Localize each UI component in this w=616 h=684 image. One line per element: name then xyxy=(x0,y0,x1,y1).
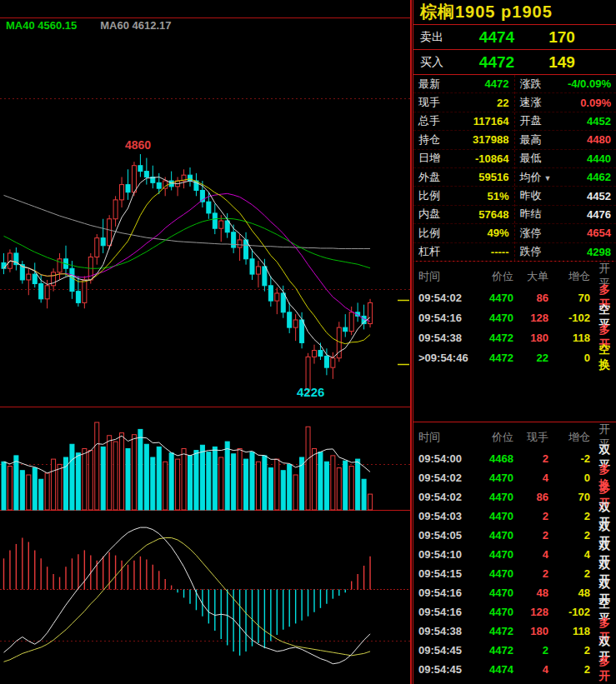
cell-price: 4470 xyxy=(477,491,513,503)
quote-value: 51% xyxy=(487,190,508,202)
cell-price: 4470 xyxy=(477,567,513,580)
cell-price: 4470 xyxy=(477,472,513,484)
average-price-dropdown-icon[interactable]: ▼ xyxy=(544,174,552,182)
cell-price: 4470 xyxy=(477,292,513,304)
table-row: 09:54:45447442多开 xyxy=(413,654,616,673)
ask-price[interactable]: 4474 xyxy=(462,28,532,47)
cell-price: 4470 xyxy=(477,548,513,561)
quote-value: 4472 xyxy=(485,77,509,90)
quote-value: 117164 xyxy=(473,115,509,127)
table-row: 09:54:15447022双开 xyxy=(413,558,616,577)
quote-label: 最新 xyxy=(418,77,440,92)
cell-position-change: 2 xyxy=(548,644,590,657)
quote-row: 涨跌-4/0.09% xyxy=(515,75,616,93)
quote-label: 最高 xyxy=(520,132,542,147)
cell-time: 09:54:10 xyxy=(418,548,477,561)
quote-label: 涨跌 xyxy=(520,77,542,92)
cell-time: 09:54:15 xyxy=(418,567,477,580)
ask-label: 卖出 xyxy=(413,30,462,45)
cell-volume: 128 xyxy=(513,606,548,618)
cell-time: 09:54:03 xyxy=(418,510,477,522)
quote-value: 4452 xyxy=(587,190,611,202)
tick-table[interactable]: 时间价位现手增仓开平09:54:0044682-2双平09:54:0244704… xyxy=(413,422,616,673)
table-row: 09:54:45447222双开 xyxy=(413,635,616,654)
table-row: 09:54:02447040多换 xyxy=(413,462,616,482)
cell-time: 09:54:02 xyxy=(418,292,477,304)
column-header: 大单 xyxy=(513,269,548,284)
cell-direction: 空换 xyxy=(590,342,612,372)
quote-label: 跌停 xyxy=(520,244,542,259)
quote-label: 昨结 xyxy=(520,207,542,222)
table-row: 09:54:384472180118多开 xyxy=(413,616,616,635)
cell-volume: 128 xyxy=(513,312,548,324)
cell-time: 09:54:02 xyxy=(418,491,477,503)
quote-row: 现手22 xyxy=(413,93,514,112)
cell-price: 4470 xyxy=(477,510,513,522)
table-row: 09:54:03447022双开 xyxy=(413,501,616,520)
quote-row: 开盘4452 xyxy=(515,112,616,131)
cell-position-change: 70 xyxy=(548,491,590,503)
cell-price: 4470 xyxy=(477,587,513,599)
price-chart[interactable] xyxy=(0,0,413,684)
cell-position-change: 118 xyxy=(548,625,590,637)
chart-region: MA40 4560.15MA60 4612.17 4860 4226 xyxy=(0,0,413,684)
cell-volume: 2 xyxy=(513,644,548,657)
cell-position-change: 0 xyxy=(548,472,590,484)
table-header-row: 时间价位大单增仓开平 xyxy=(413,262,616,282)
cell-price: 4472 xyxy=(477,625,513,637)
quote-value: 57648 xyxy=(478,208,508,221)
cell-price: 4472 xyxy=(477,332,513,344)
cell-volume: 4 xyxy=(513,472,548,484)
quote-panel: 棕榈1905 p1905 卖出 4474 170 买入 4472 149 最新4… xyxy=(413,0,616,684)
quote-label: 速涨 xyxy=(520,95,542,110)
cell-direction: 多开 xyxy=(590,654,612,684)
quote-label: 涨停 xyxy=(520,226,542,241)
cell-position-change: -102 xyxy=(548,312,590,324)
cell-position-change: 48 xyxy=(548,587,590,599)
cell-price: 4470 xyxy=(477,606,513,618)
cell-volume: 180 xyxy=(513,332,548,344)
cell-price: 4472 xyxy=(477,352,513,364)
quote-row: 内盘57648 xyxy=(413,206,514,224)
low-price-label: 4226 xyxy=(297,385,324,399)
cell-position-change: 2 xyxy=(548,529,590,542)
cell-volume: 48 xyxy=(513,587,548,599)
quote-value: 22 xyxy=(497,97,508,109)
cell-price: 4470 xyxy=(477,312,513,324)
quote-label: 现手 xyxy=(418,95,440,110)
cell-price: 4470 xyxy=(477,529,513,542)
quote-row: 外盘59516 xyxy=(413,168,514,187)
quote-value: 4298 xyxy=(587,246,611,258)
ask-row[interactable]: 卖出 4474 170 xyxy=(413,25,616,50)
quote-row: 最新4472 xyxy=(413,75,514,93)
cell-time: 09:54:38 xyxy=(418,332,477,344)
cell-volume: 2 xyxy=(513,510,548,522)
quote-value: 317988 xyxy=(473,133,508,146)
quote-value: 59516 xyxy=(478,171,508,183)
table-row: 09:54:164470128-102空平 xyxy=(413,302,616,322)
table-row: >09:54:464472220空换 xyxy=(413,342,616,362)
bid-price[interactable]: 4472 xyxy=(462,53,532,72)
cell-position-change: 4 xyxy=(548,548,590,561)
quote-label: 内盘 xyxy=(418,207,440,222)
table-row: 09:54:384472180118多开 xyxy=(413,322,616,342)
cell-position-change: -2 xyxy=(548,452,590,465)
quote-label: 昨收 xyxy=(520,188,542,203)
column-header: 时间 xyxy=(418,269,477,284)
cell-position-change: 2 xyxy=(548,663,590,676)
cell-price: 4472 xyxy=(477,644,513,657)
cell-time: >09:54:46 xyxy=(418,352,477,364)
bid-row[interactable]: 买入 4472 149 xyxy=(413,50,616,75)
trading-terminal: MA40 4560.15MA60 4612.17 4860 4226 棕榈190… xyxy=(0,0,616,684)
quote-row: 均价▼4462 xyxy=(515,168,616,187)
big-order-table[interactable]: 时间价位大单增仓开平09:54:0244708670多开09:54:164470… xyxy=(413,262,616,422)
column-header: 价位 xyxy=(477,269,513,284)
table-row: 09:54:10447044双开 xyxy=(413,539,616,558)
quote-label: 比例 xyxy=(418,226,440,241)
cell-volume: 4 xyxy=(513,548,548,561)
quote-row: 日增-10864 xyxy=(413,150,514,168)
bid-volume: 149 xyxy=(532,53,592,72)
quote-row: 涨停4654 xyxy=(515,224,616,242)
quote-row: 杠杆----- xyxy=(413,243,514,262)
quote-grid: 最新4472现手22总手117164持仓317988日增-10864外盘5951… xyxy=(413,75,616,262)
